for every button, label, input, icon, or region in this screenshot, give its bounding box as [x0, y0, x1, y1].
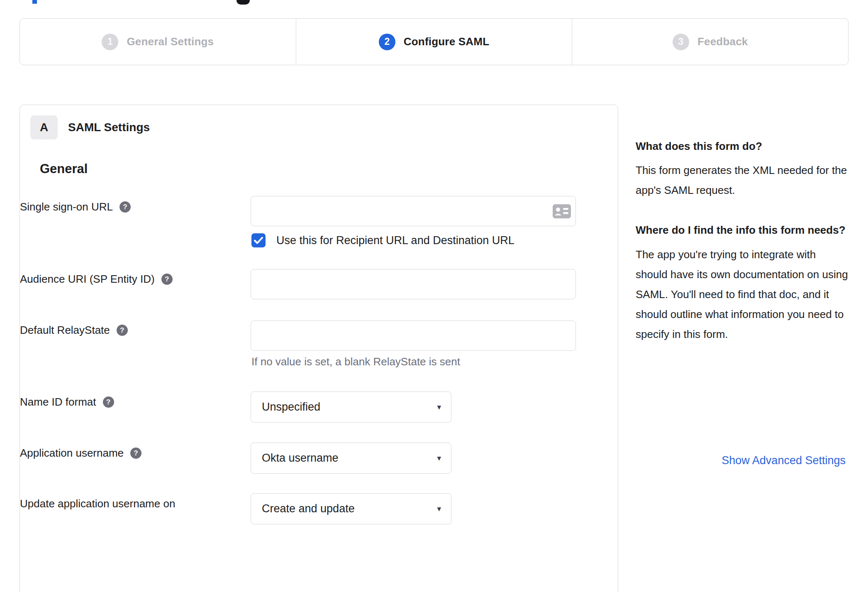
- step-general-settings[interactable]: 1 General Settings: [20, 19, 296, 65]
- recipient-url-checkbox[interactable]: [251, 233, 266, 247]
- default-relaystate-help-icon[interactable]: ?: [117, 325, 128, 336]
- step-1-label: General Settings: [127, 35, 214, 48]
- audience-uri-help-icon[interactable]: ?: [161, 274, 173, 285]
- step-feedback[interactable]: 3 Feedback: [572, 19, 848, 65]
- name-id-format-help-icon[interactable]: ?: [103, 396, 114, 408]
- section-a-badge: A: [30, 115, 58, 139]
- name-id-format-label-text: Name ID format: [20, 396, 96, 409]
- default-relaystate-label-text: Default RelayState: [20, 324, 110, 337]
- audience-uri-input[interactable]: [251, 269, 576, 299]
- step-2-label: Configure SAML: [404, 35, 489, 48]
- update-app-username-select[interactable]: Create and update ▾: [251, 493, 451, 524]
- wizard-stepper: 1 General Settings 2 Configure SAML 3 Fe…: [20, 18, 848, 65]
- default-relaystate-label: Default RelayState ?: [20, 324, 128, 337]
- section-title: SAML Settings: [68, 121, 150, 134]
- sso-url-label-text: Single sign-on URL: [20, 201, 113, 213]
- recipient-url-checkbox-label[interactable]: Use this for Recipient URL and Destinati…: [276, 234, 514, 247]
- name-id-format-label: Name ID format ?: [20, 396, 114, 409]
- help-where-body: The app you're trying to integrate with …: [636, 245, 848, 344]
- step-configure-saml[interactable]: 2 Configure SAML: [296, 19, 572, 65]
- step-2-number: 2: [379, 34, 395, 50]
- group-title-general: General: [40, 161, 88, 176]
- default-relaystate-input[interactable]: [251, 320, 576, 351]
- help-sidebar: What does this form do? This form genera…: [636, 137, 848, 365]
- name-id-format-value: Unspecified: [262, 401, 320, 413]
- clipped-header-accent: [32, 0, 37, 4]
- sso-url-help-icon[interactable]: ?: [119, 201, 131, 213]
- sso-url-label: Single sign-on URL ?: [20, 201, 131, 213]
- checkmark-icon: [254, 237, 263, 244]
- show-advanced-settings-link[interactable]: Show Advanced Settings: [722, 454, 846, 467]
- help-what-body: This form generates the XML needed for t…: [636, 160, 848, 200]
- step-1-number: 1: [102, 34, 118, 50]
- contact-card-icon[interactable]: [553, 204, 571, 218]
- audience-uri-label-text: Audience URI (SP Entity ID): [20, 273, 155, 286]
- application-username-value: Okta username: [262, 452, 339, 465]
- update-app-username-label: Update application username on: [20, 497, 175, 510]
- help-where-heading: Where do I find the info this form needs…: [636, 221, 848, 239]
- application-username-select[interactable]: Okta username ▾: [251, 443, 451, 474]
- step-3-label: Feedback: [697, 35, 748, 48]
- sso-url-input[interactable]: [251, 196, 576, 226]
- update-app-username-value: Create and update: [262, 502, 355, 515]
- clipped-header-glyph: [237, 0, 250, 5]
- recipient-url-checkbox-row: Use this for Recipient URL and Destinati…: [251, 233, 514, 247]
- step-3-number: 3: [673, 34, 689, 50]
- chevron-down-icon: ▾: [437, 505, 441, 513]
- audience-uri-label: Audience URI (SP Entity ID) ?: [20, 273, 173, 286]
- name-id-format-select[interactable]: Unspecified ▾: [251, 391, 451, 423]
- application-username-label: Application username ?: [20, 447, 141, 460]
- relaystate-helper-text: If no value is set, a blank RelayState i…: [251, 355, 460, 368]
- chevron-down-icon: ▾: [437, 403, 441, 411]
- application-username-label-text: Application username: [20, 447, 124, 460]
- help-what-heading: What does this form do?: [636, 137, 848, 155]
- chevron-down-icon: ▾: [437, 454, 441, 462]
- configure-saml-page: 1 General Settings 2 Configure SAML 3 Fe…: [0, 0, 868, 592]
- application-username-help-icon[interactable]: ?: [130, 448, 141, 459]
- update-app-username-label-text: Update application username on: [20, 497, 175, 510]
